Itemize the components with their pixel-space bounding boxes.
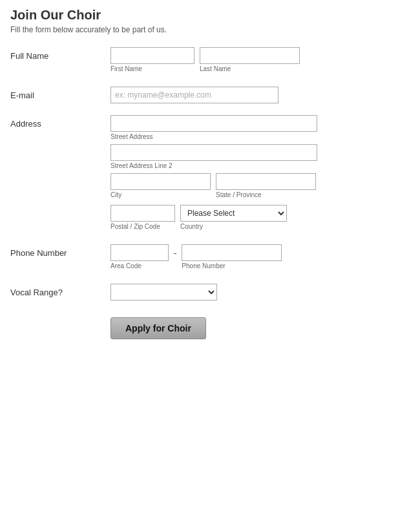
apply-button[interactable]: Apply for Choir: [110, 317, 206, 339]
street2-input[interactable]: [110, 144, 317, 161]
street-input[interactable]: [110, 115, 317, 132]
vocal-range-fields: SopranoMezzo-SopranoAltoTenorBaritoneBas…: [110, 284, 410, 301]
vocal-range-select[interactable]: SopranoMezzo-SopranoAltoTenorBaritoneBas…: [110, 284, 217, 301]
vocal-range-row: Vocal Range? SopranoMezzo-SopranoAltoTen…: [10, 284, 410, 301]
area-code-group: Area Code: [110, 244, 169, 269]
phone-number-group: Phone Number: [182, 244, 282, 269]
city-group: City: [110, 173, 211, 198]
first-name-group: First Name: [110, 47, 194, 72]
page-subtitle: Fill the form below accurately to be par…: [10, 25, 410, 34]
full-name-fields: First Name Last Name: [110, 47, 410, 75]
last-name-group: Last Name: [200, 47, 300, 72]
address-label: Address: [10, 115, 110, 129]
zip-country-row: Postal / Zip Code Please SelectUnited St…: [110, 205, 410, 230]
first-name-label: First Name: [110, 65, 194, 72]
email-row: E-mail: [10, 87, 410, 103]
phone-separator: -: [174, 244, 176, 269]
full-name-inputs: First Name Last Name: [110, 47, 410, 72]
email-input[interactable]: [110, 87, 278, 103]
country-select[interactable]: Please SelectUnited StatesCanadaUnited K…: [180, 205, 287, 222]
address-row: Address Street Address Street Address Li…: [10, 115, 410, 233]
vocal-range-label: Vocal Range?: [10, 284, 110, 297]
city-input[interactable]: [110, 173, 211, 190]
phone-fields: Area Code - Phone Number: [110, 244, 410, 272]
email-label: E-mail: [10, 87, 110, 100]
city-state-row: City State / Province: [110, 173, 410, 198]
apply-row: Apply for Choir: [10, 312, 410, 339]
phone-row: Phone Number Area Code - Phone Number: [10, 244, 410, 272]
city-label: City: [110, 191, 211, 198]
email-fields: [110, 87, 410, 103]
last-name-label: Last Name: [200, 65, 300, 72]
street-group: Street Address: [110, 115, 410, 140]
phone-number-input[interactable]: [182, 244, 282, 261]
street-label: Street Address: [110, 133, 410, 140]
state-label: State / Province: [216, 191, 316, 198]
full-name-row: Full Name First Name Last Name: [10, 47, 410, 75]
apply-button-container: Apply for Choir: [110, 312, 410, 339]
zip-input[interactable]: [110, 205, 175, 222]
country-label: Country: [180, 223, 287, 230]
first-name-input[interactable]: [110, 47, 194, 64]
zip-label: Postal / Zip Code: [110, 223, 175, 230]
state-input[interactable]: [216, 173, 316, 190]
full-name-label: Full Name: [10, 47, 110, 61]
phone-label: Phone Number: [10, 244, 110, 258]
phone-inputs: Area Code - Phone Number: [110, 244, 410, 269]
last-name-input[interactable]: [200, 47, 300, 64]
area-code-input[interactable]: [110, 244, 169, 261]
street2-group: Street Address Line 2: [110, 144, 410, 169]
country-group: Please SelectUnited StatesCanadaUnited K…: [180, 205, 287, 230]
phone-number-label: Phone Number: [182, 262, 282, 269]
apply-label-spacer: [10, 312, 110, 316]
zip-group: Postal / Zip Code: [110, 205, 175, 230]
page-title: Join Our Choir: [10, 8, 410, 23]
street2-label: Street Address Line 2: [110, 162, 410, 169]
address-fields: Street Address Street Address Line 2 Cit…: [110, 115, 410, 233]
state-group: State / Province: [216, 173, 316, 198]
area-code-label: Area Code: [110, 262, 169, 269]
